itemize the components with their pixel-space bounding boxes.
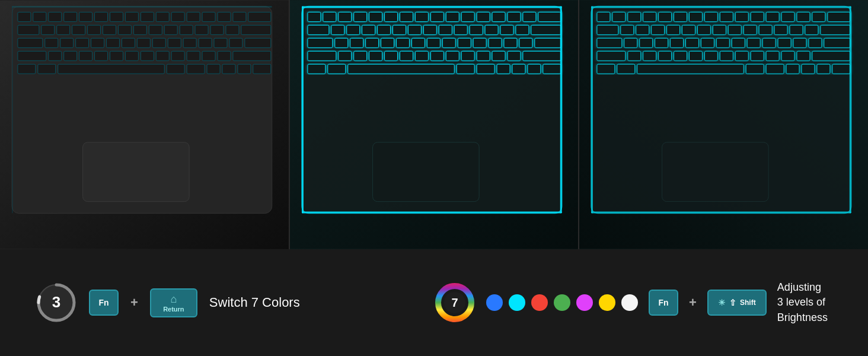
svg-rect-213 <box>617 64 635 74</box>
svg-rect-197 <box>824 38 850 47</box>
svg-rect-39 <box>122 38 135 47</box>
shift-icon: ⇧ <box>729 298 736 307</box>
svg-rect-84 <box>430 12 443 22</box>
svg-rect-138 <box>347 64 454 74</box>
svg-rect-167 <box>828 12 850 22</box>
svg-rect-69 <box>238 64 251 74</box>
shift-key[interactable]: ☀ ⇧ Shift <box>707 290 767 316</box>
svg-rect-221 <box>591 7 851 8</box>
fn-key-left[interactable]: Fn <box>89 290 119 316</box>
svg-rect-63 <box>38 64 56 74</box>
svg-rect-224 <box>850 7 851 214</box>
svg-rect-132 <box>477 51 490 61</box>
adjusting-line1: Adjusting <box>777 280 832 295</box>
svg-rect-131 <box>461 51 474 61</box>
svg-rect-161 <box>736 12 749 22</box>
svg-rect-136 <box>308 64 326 74</box>
fn-key-right[interactable]: Fn <box>649 290 678 316</box>
svg-rect-162 <box>751 12 764 22</box>
svg-rect-168 <box>597 25 618 34</box>
dot-red <box>531 294 548 311</box>
svg-rect-3 <box>33 12 46 22</box>
svg-rect-119 <box>504 38 517 47</box>
svg-rect-105 <box>516 25 529 34</box>
svg-rect-55 <box>141 51 154 61</box>
svg-rect-112 <box>396 38 409 47</box>
svg-rect-26 <box>149 25 162 34</box>
svg-rect-145 <box>302 7 562 8</box>
svg-rect-86 <box>461 12 474 22</box>
svg-rect-23 <box>103 25 116 34</box>
svg-rect-24 <box>118 25 131 34</box>
plus-right: + <box>689 295 697 310</box>
svg-text:7: 7 <box>451 296 458 309</box>
svg-rect-101 <box>454 25 467 34</box>
svg-rect-92 <box>308 25 329 34</box>
svg-rect-134 <box>508 51 521 61</box>
svg-rect-190 <box>717 38 730 47</box>
svg-rect-215 <box>746 64 764 74</box>
shift-label: Shift <box>740 298 756 307</box>
fn-label-left: Fn <box>98 298 108 307</box>
svg-rect-173 <box>682 25 695 34</box>
svg-rect-67 <box>207 64 220 74</box>
svg-rect-194 <box>778 38 791 47</box>
svg-rect-78 <box>338 12 351 22</box>
svg-rect-116 <box>458 38 471 47</box>
svg-rect-124 <box>353 51 366 61</box>
svg-rect-4 <box>49 12 62 22</box>
color-dots-row <box>486 294 638 311</box>
svg-rect-212 <box>597 64 615 74</box>
svg-rect-2 <box>18 12 31 22</box>
svg-rect-187 <box>671 38 684 47</box>
svg-rect-82 <box>400 12 413 22</box>
left-section: 3 Fn + ⌂ Return Switch 7 Colors <box>36 282 434 323</box>
svg-rect-28 <box>180 25 193 34</box>
return-key[interactable]: ⌂ Return <box>150 288 197 317</box>
svg-rect-117 <box>473 38 486 47</box>
images-row <box>0 0 868 249</box>
svg-rect-129 <box>430 51 443 61</box>
svg-rect-118 <box>489 38 502 47</box>
svg-rect-22 <box>88 25 101 34</box>
svg-rect-178 <box>760 25 773 34</box>
plus-left: + <box>130 295 138 310</box>
svg-rect-8 <box>110 12 123 22</box>
svg-rect-204 <box>705 51 718 61</box>
keyboard-svg-2 <box>290 0 579 249</box>
svg-rect-149 <box>372 142 479 202</box>
svg-rect-35 <box>60 38 74 47</box>
svg-rect-18 <box>18 25 39 34</box>
svg-rect-83 <box>415 12 428 22</box>
svg-rect-207 <box>751 51 764 61</box>
svg-rect-91 <box>538 12 561 22</box>
svg-rect-111 <box>381 38 394 47</box>
svg-rect-57 <box>171 51 184 61</box>
svg-rect-181 <box>805 25 818 34</box>
svg-rect-109 <box>350 38 363 47</box>
svg-rect-71 <box>83 142 190 202</box>
svg-rect-123 <box>338 51 351 61</box>
svg-rect-130 <box>446 51 459 61</box>
svg-rect-76 <box>308 12 321 22</box>
dot-blue <box>486 294 503 311</box>
svg-rect-7 <box>95 12 108 22</box>
svg-rect-5 <box>64 12 77 22</box>
svg-rect-223 <box>591 7 593 214</box>
svg-rect-80 <box>369 12 382 22</box>
svg-rect-14 <box>202 12 215 22</box>
svg-rect-195 <box>793 38 806 47</box>
svg-rect-209 <box>781 51 794 61</box>
svg-rect-36 <box>76 38 89 47</box>
svg-rect-153 <box>612 12 626 22</box>
svg-rect-102 <box>470 25 483 34</box>
svg-rect-51 <box>79 51 92 61</box>
svg-rect-201 <box>659 51 672 61</box>
svg-rect-200 <box>643 51 656 61</box>
svg-rect-133 <box>492 51 505 61</box>
svg-rect-100 <box>439 25 452 34</box>
keyboard-svg-1 <box>0 0 289 249</box>
svg-rect-171 <box>652 25 665 34</box>
svg-rect-59 <box>202 51 215 61</box>
svg-rect-54 <box>125 51 138 61</box>
